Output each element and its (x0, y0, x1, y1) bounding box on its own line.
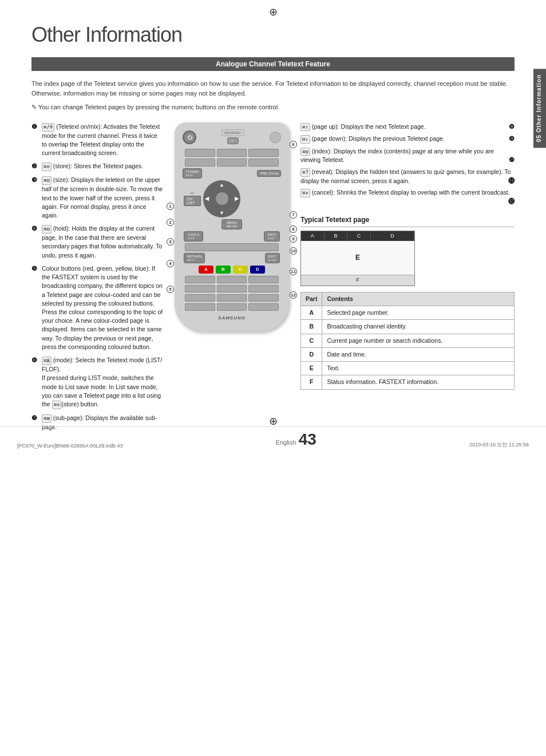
teletext-body: E (301, 241, 414, 275)
page-footer: [PC670_W-Euro]BN68-02695A-00L09.indb 43 … (0, 426, 546, 449)
page-number: 43 (299, 430, 316, 449)
part-c: C (301, 334, 322, 347)
remote-control: ⏻ SOURCE□ ↩ (175, 122, 289, 332)
annotation-7: 7 (290, 211, 297, 219)
item-number: ❺ (31, 264, 39, 351)
item-number: ❶ (31, 122, 39, 158)
teletext-section: Typical Tetetext page A B C D E F (300, 215, 515, 390)
annotation-4: 4 (167, 260, 174, 267)
list-item: ❺ Colour buttons (red, green, yellow, bl… (31, 264, 163, 351)
teletext-title: Typical Tetetext page (300, 215, 515, 227)
item-number: ❹ (31, 224, 39, 260)
item-number: ❷ (31, 162, 39, 171)
reveal-icon: ≡? (300, 168, 310, 177)
annotation-1: 1 (167, 203, 174, 210)
list-item: ❹ ≡⊟ (hold): Holds the display at the cu… (31, 224, 163, 260)
list-item: ❻ ≡≣ (mode): Selects the Teletext mode (… (31, 356, 163, 409)
teletext-cell-a: A (301, 231, 325, 241)
table-row: F Status information. FASTEXT informatio… (301, 375, 515, 389)
table-row: D Date and time. (301, 347, 515, 361)
list-item: ⊟↓ (page down): Displays the previous Te… (300, 134, 515, 144)
pageup-icon: ≡↑ (300, 123, 310, 132)
list-item: ≡? (reveal): Displays the hidden text (a… (300, 168, 515, 185)
item-text: Colour buttons (red, green, yellow, blue… (42, 264, 163, 351)
annotation-10: 10 (290, 247, 297, 255)
footer-left: [PC670_W-Euro]BN68-02695A-00L09.indb 43 (17, 443, 122, 449)
note-text: You can change Teletext pages by pressin… (31, 102, 515, 112)
contents-d: Date and time. (322, 347, 515, 361)
right-column: ≡↑ (page up): Displays the next Teletext… (300, 122, 515, 437)
remote-wrapper: ⏻ SOURCE□ ↩ (175, 122, 289, 332)
teletext-diagram: A B C D E F (300, 231, 415, 286)
contents-a: Selected page number. (322, 306, 515, 320)
part-e: E (301, 362, 322, 375)
contents-c: Current page number or search indication… (322, 334, 515, 347)
item-text: ≡↑ (page up): Displays the next Teletext… (300, 122, 515, 132)
teletext-cell-b: B (325, 231, 348, 241)
crosshair-top-icon: ⊕ (269, 6, 278, 18)
annotation-9: 9 (290, 235, 297, 243)
annotation-2: 2 (167, 219, 174, 226)
pagedown-icon: ⊟↓ (300, 135, 310, 144)
teletext-header-row: A B C D (301, 231, 414, 241)
item-text: ⊟↓ (page down): Displays the previous Te… (300, 134, 515, 144)
table-header-part: Part (301, 292, 322, 306)
red-button[interactable]: A (199, 266, 213, 274)
table-header-contents: Contents (322, 292, 515, 306)
list-item: ❸ ≡⊡ (size): Displays the teletext on th… (31, 176, 163, 220)
blue-button[interactable]: D (250, 266, 265, 274)
item-text: ≡✕ (cancel): Shrinks the Teletext displa… (300, 188, 515, 205)
index-icon: ≡⊟ (300, 148, 310, 156)
list-item: ≡✕ (cancel): Shrinks the Teletext displa… (300, 188, 515, 205)
part-a: A (301, 306, 322, 320)
table-row: A Selected page number. (301, 306, 515, 320)
contents-e: Text. (322, 362, 515, 375)
size-icon: ≡⊡ (42, 176, 52, 185)
left-column: ❶ ≡/≜ (Teletext on/mix): Activates the T… (31, 122, 163, 437)
part-b: B (301, 320, 322, 334)
contents-b: Broadcasting channel identity. (322, 320, 515, 334)
part-f: F (301, 375, 322, 389)
item-number: ❸ (31, 176, 39, 220)
hold-icon: ≡⊟ (42, 225, 52, 233)
table-row: C Current page number or search indicati… (301, 334, 515, 347)
page-number-area: English 43 (276, 430, 316, 449)
remote-column: ⏻ SOURCE□ ↩ (169, 122, 295, 437)
contents-f: Status information. FASTEXT information. (322, 375, 515, 389)
list-item: ≡⊟ (index): Displays the index (contents… (300, 147, 515, 164)
table-row: B Broadcasting channel identity. (301, 320, 515, 334)
samsung-label: SAMSUNG (180, 315, 283, 320)
teletext-icon: ≡/≜ (42, 123, 54, 132)
page-container: ⊕ 05 Other Information Other Information… (0, 0, 546, 459)
yellow-button[interactable]: C (233, 266, 248, 274)
green-button[interactable]: B (216, 266, 231, 274)
annotation-11: 11 (290, 268, 297, 275)
item-text: ≡⊙ (store): Stores the Teletext pages. (42, 162, 163, 171)
subpage-icon: ≡⊞ (42, 414, 52, 423)
power-button: ⏻ (183, 130, 196, 144)
list-item: ❶ ≡/≜ (Teletext on/mix): Activates the T… (31, 122, 163, 158)
page-label: English (276, 439, 296, 446)
page-title: Other Information (31, 23, 515, 47)
item-number: ❻ (31, 356, 39, 409)
item-text: ≡≣ (mode): Selects the Teletext mode (LI… (42, 356, 163, 409)
teletext-footer: F (301, 275, 414, 286)
annotation-5: 5 (167, 286, 174, 293)
crosshair-bottom-icon: ⊕ (269, 415, 278, 428)
side-tab: 05 Other Information (533, 69, 546, 148)
item-text: ≡⊡ (size): Displays the teletext on the … (42, 176, 163, 220)
item-text: ≡⊟ (index): Displays the index (contents… (300, 147, 515, 164)
annotation-6: 6 (290, 141, 297, 148)
item-text: ≡/≜ (Teletext on/mix): Activates the Tel… (42, 122, 163, 158)
annotation-12: 12 (290, 291, 297, 299)
item-text: ≡⊟ (hold): Holds the display at the curr… (42, 224, 163, 260)
section-header: Analogue Channel Teletext Feature (31, 57, 515, 71)
list-item: ≡↑ (page up): Displays the next Teletext… (300, 122, 515, 132)
teletext-cell-c: C (347, 231, 371, 241)
annotation-3: 3 (167, 238, 174, 246)
part-d: D (301, 347, 322, 361)
store-icon: ≡⊙ (42, 163, 52, 171)
store-ref-icon: ≡⊙ (52, 401, 62, 409)
info-table: Part Contents A Selected page number. B … (300, 292, 515, 390)
cancel-icon: ≡✕ (300, 189, 310, 197)
